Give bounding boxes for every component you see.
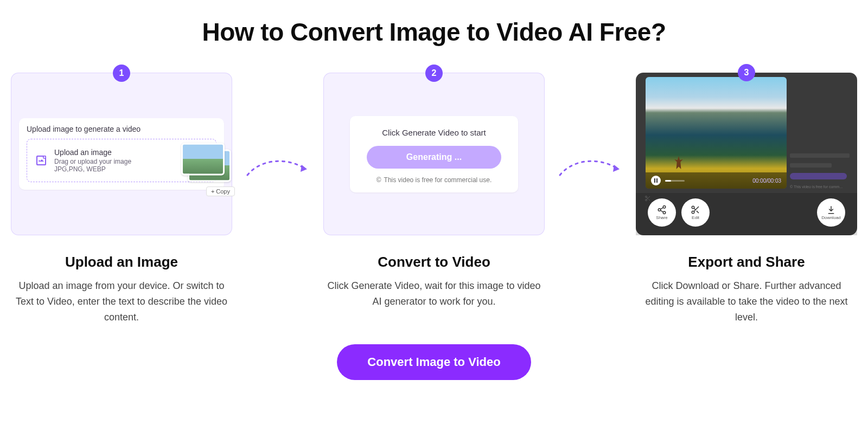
download-label: Download: [821, 215, 841, 220]
video-progress[interactable]: [665, 180, 685, 182]
copy-badge[interactable]: + Copy: [206, 186, 235, 196]
copy-label: Copy: [216, 188, 230, 195]
how-to-section: How to Convert Image to Video AI Free? 1…: [11, 11, 857, 380]
step-2-card: 2 Click Generate Video to start Generati…: [323, 73, 545, 235]
dashed-arrow-icon: [245, 151, 310, 184]
pause-icon: [654, 178, 658, 183]
video-preview[interactable]: 00:00/00:03: [646, 77, 787, 189]
step-1-desc: Upload an image from your device. Or swi…: [13, 278, 230, 325]
edit-button[interactable]: Edit: [681, 198, 710, 227]
step-3-title: Export and Share: [688, 254, 805, 271]
side-panel-ghost: © This video is free for comm…: [790, 79, 850, 189]
action-bar: Share Edit Download: [636, 193, 857, 235]
dashed-arrow-icon: [558, 151, 623, 184]
edit-ghost: [644, 195, 651, 202]
steps-row: 1 Upload image to generate a video Uploa…: [11, 73, 857, 325]
svg-point-4: [658, 209, 661, 211]
plus-icon: +: [211, 188, 214, 195]
upload-panel-heading: Upload image to generate a video: [27, 125, 216, 133]
upload-panel: Upload image to generate a video Upload …: [19, 118, 224, 190]
download-icon: [826, 205, 836, 215]
svg-point-6: [692, 206, 694, 209]
arrow-1: [245, 73, 310, 235]
upload-sub-text: Drag or upload your image JPG,PNG, WEBP: [54, 158, 162, 173]
step-2-title: Convert to Video: [378, 254, 490, 271]
convert-cta-button[interactable]: Convert Image to Video: [337, 344, 531, 380]
upload-image-icon: [35, 154, 48, 167]
step-3-card: 3 00:00/00:03 © This video is free for c: [636, 73, 857, 235]
svg-point-7: [692, 211, 694, 214]
step-1-card: 1 Upload image to generate a video Uploa…: [11, 73, 232, 235]
step-1-badge: 1: [113, 65, 130, 82]
svg-point-2: [646, 200, 647, 201]
step-3: 3 00:00/00:03 © This video is free for c: [636, 73, 857, 325]
video-controls: 00:00/00:03: [646, 172, 787, 189]
scissors-icon: [644, 195, 651, 202]
step-1-title: Upload an Image: [65, 254, 178, 271]
step-3-badge: 3: [738, 64, 755, 81]
step-2-desc: Click Generate Video, wait for this imag…: [326, 278, 542, 310]
svg-point-1: [646, 196, 647, 198]
step-2-badge: 2: [425, 65, 443, 82]
pause-button[interactable]: [651, 176, 661, 185]
step-3-desc: Click Download or Share. Further advance…: [638, 278, 855, 325]
generate-panel: Click Generate Video to start Generating…: [350, 116, 518, 192]
section-title: How to Convert Image to Video AI Free?: [202, 17, 666, 47]
share-icon: [657, 205, 667, 215]
edit-label: Edit: [692, 215, 699, 220]
copyright-icon: ©: [376, 176, 381, 184]
arrow-2: [558, 73, 623, 235]
svg-point-3: [663, 206, 666, 209]
generate-heading: Click Generate Video to start: [382, 128, 486, 137]
upload-main-text: Upload an image: [54, 148, 162, 157]
svg-point-5: [663, 211, 666, 214]
scissors-icon: [691, 205, 700, 215]
download-button[interactable]: Download: [817, 198, 845, 227]
share-button[interactable]: Share: [648, 198, 676, 227]
image-thumbnails: [181, 143, 231, 183]
commercial-use-text: This video is free for commercial use.: [384, 176, 492, 184]
share-label: Share: [656, 215, 667, 220]
commercial-use-note: © This video is free for commercial use.: [376, 176, 492, 184]
generating-button[interactable]: Generating ...: [367, 146, 501, 169]
step-2: 2 Click Generate Video to start Generati…: [323, 73, 545, 310]
video-time: 00:00/00:03: [752, 178, 781, 184]
step-1: 1 Upload image to generate a video Uploa…: [11, 73, 232, 325]
upload-dropzone[interactable]: Upload an image Drag or upload your imag…: [27, 139, 216, 182]
